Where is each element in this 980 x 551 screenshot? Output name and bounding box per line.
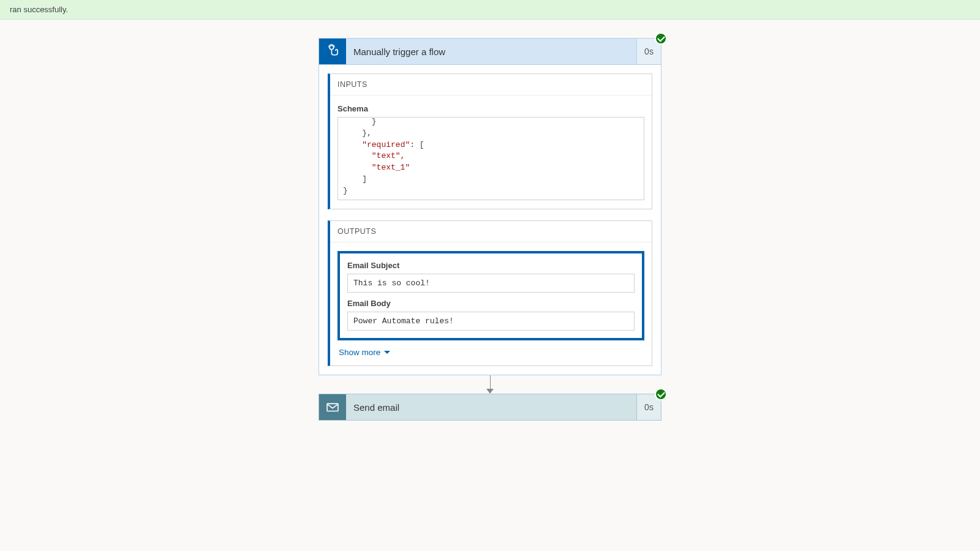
trigger-body: INPUTS Schema "x-ms-content-hint": "TEXT… (318, 65, 662, 375)
email-subject-label: Email Subject (347, 261, 635, 270)
inputs-panel-title: INPUTS (330, 74, 652, 96)
outputs-panel-content: Email Subject This is so cool! Email Bod… (330, 242, 652, 365)
email-body-label: Email Body (347, 299, 635, 308)
flow-connector (489, 375, 491, 394)
show-more-label: Show more (339, 348, 380, 357)
inputs-panel: INPUTS Schema "x-ms-content-hint": "TEXT… (328, 73, 652, 209)
svg-point-0 (330, 45, 334, 50)
outputs-panel: OUTPUTS Email Subject This is so cool! E… (328, 220, 652, 366)
show-more-link[interactable]: Show more (337, 348, 390, 357)
checkmark-icon (655, 32, 667, 45)
trigger-title: Manually trigger a flow (346, 39, 636, 64)
outputs-panel-title: OUTPUTS (330, 221, 652, 242)
mail-icon (319, 394, 346, 420)
email-body-value[interactable]: Power Automate rules! (347, 312, 635, 331)
schema-label: Schema (337, 104, 644, 113)
action-header[interactable]: Send email 0s (318, 394, 662, 421)
flow-canvas: Manually trigger a flow 0s INPUTS Schema… (0, 20, 980, 457)
checkmark-icon (655, 388, 667, 400)
inputs-panel-content: Schema "x-ms-content-hint": "TEXT" } }, … (330, 96, 652, 209)
outputs-highlight: Email Subject This is so cool! Email Bod… (337, 251, 644, 340)
action-card: Send email 0s (318, 394, 662, 421)
success-banner: ran successfully. (0, 0, 980, 20)
trigger-card: Manually trigger a flow 0s INPUTS Schema… (318, 38, 662, 375)
success-message: ran successfully. (10, 5, 68, 14)
action-title: Send email (346, 394, 636, 420)
chevron-down-icon (384, 351, 390, 354)
email-subject-value[interactable]: This is so cool! (347, 274, 635, 293)
touch-icon (319, 39, 346, 64)
schema-code[interactable]: "x-ms-content-hint": "TEXT" } }, "requir… (337, 117, 644, 200)
trigger-header[interactable]: Manually trigger a flow 0s (318, 38, 662, 65)
arrow-down-icon (486, 389, 494, 394)
